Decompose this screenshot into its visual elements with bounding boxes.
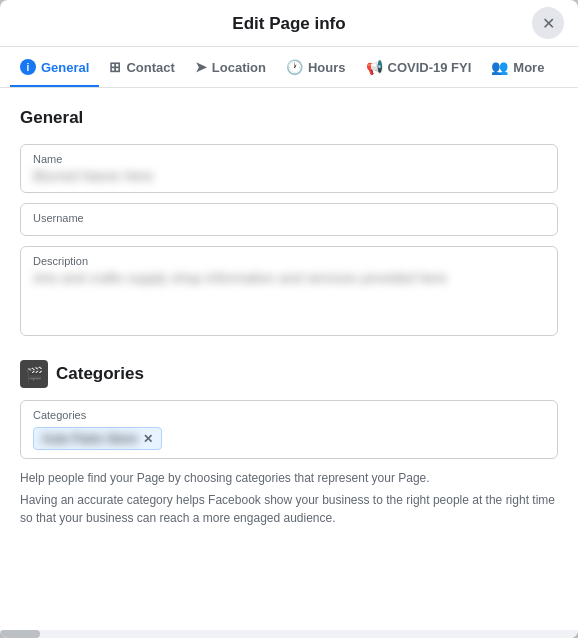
clock-icon: 🕐 [286,59,303,75]
username-field-wrapper[interactable]: Username [20,203,558,236]
tab-more[interactable]: 👥 More [481,47,554,88]
help-text-2: Having an accurate category helps Facebo… [20,491,558,527]
name-field-wrapper[interactable]: Name Blurred Name Here [20,144,558,193]
tab-contact[interactable]: ⊞ Contact [99,47,184,88]
close-button[interactable]: ✕ [532,7,564,39]
location-icon: ➤ [195,59,207,75]
categories-field-label: Categories [33,409,545,421]
general-fields: Name Blurred Name Here Username Descript… [20,144,558,336]
description-label: Description [33,255,545,267]
categories-icon: 🎬 [20,360,48,388]
edit-page-info-modal: Edit Page info ✕ i General ⊞ Contact ➤ L… [0,0,578,638]
description-value: Arts and crafts supply shop information … [33,270,545,286]
tab-general[interactable]: i General [10,47,99,88]
tab-more-label: More [513,60,544,75]
tab-covid-label: COVID-19 FYI [388,60,472,75]
categories-section: 🎬 Categories Categories Auto Parts Store… [20,360,558,527]
name-value: Blurred Name Here [33,168,545,184]
tab-location[interactable]: ➤ Location [185,47,276,88]
bottom-scrollbar[interactable] [0,630,578,638]
general-icon: i [20,59,36,75]
description-field-wrapper[interactable]: Description Arts and crafts supply shop … [20,246,558,336]
tag-text: Auto Parts Store [42,431,137,446]
tag-remove-button[interactable]: ✕ [143,432,153,446]
people-icon: 👥 [491,59,508,75]
modal-header: Edit Page info ✕ [0,0,578,47]
contact-icon: ⊞ [109,59,121,75]
categories-title: Categories [56,364,144,384]
name-label: Name [33,153,545,165]
modal-content: General Name Blurred Name Here Username … [0,88,578,630]
categories-field-wrapper[interactable]: Categories Auto Parts Store ✕ [20,400,558,459]
tab-hours-label: Hours [308,60,346,75]
category-tag: Auto Parts Store ✕ [33,427,162,450]
tab-location-label: Location [212,60,266,75]
username-label: Username [33,212,545,224]
tab-general-label: General [41,60,89,75]
categories-header: 🎬 Categories [20,360,558,388]
general-section-title: General [20,108,558,128]
modal-title: Edit Page info [232,14,345,34]
tab-covid[interactable]: 📢 COVID-19 FYI [356,47,482,88]
help-text-1: Help people find your Page by choosing c… [20,469,558,487]
tabs: i General ⊞ Contact ➤ Location 🕐 Hours 📢… [0,47,578,87]
tab-hours[interactable]: 🕐 Hours [276,47,356,88]
megaphone-icon: 📢 [366,59,383,75]
close-icon: ✕ [542,14,555,33]
tabs-container: i General ⊞ Contact ➤ Location 🕐 Hours 📢… [0,47,578,88]
bottom-scrollbar-thumb [0,630,40,638]
tab-contact-label: Contact [126,60,174,75]
